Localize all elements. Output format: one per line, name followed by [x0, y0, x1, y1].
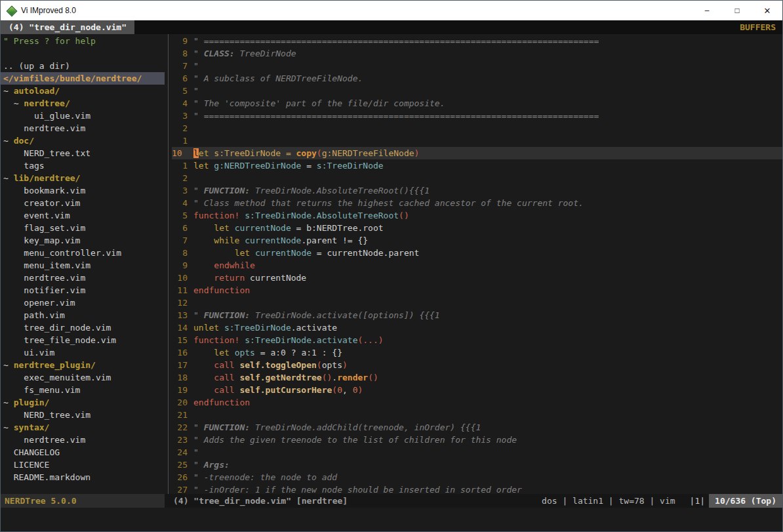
tree-item[interactable]: ~ lib/nerdtree/	[1, 172, 165, 184]
code-line[interactable]: 5"	[172, 85, 782, 97]
minimize-button[interactable]: –	[692, 1, 722, 20]
tree-item[interactable]	[1, 47, 165, 60]
code-line[interactable]: 11endfunction	[172, 284, 782, 297]
tree-item[interactable]: nerdtree.vim	[1, 272, 165, 284]
code-line[interactable]: 18 call self.getNerdtree().render()	[172, 371, 782, 384]
code-line[interactable]: 25" Args:	[172, 459, 782, 471]
code-line[interactable]: 3" FUNCTION: TreeDirNode.AbsoluteTreeRoo…	[172, 184, 782, 197]
code-line[interactable]: 4" Class method that returns the highest…	[172, 197, 782, 209]
code-line[interactable]: 14unlet s:TreeDirNode.activate	[172, 321, 782, 334]
code-line[interactable]: 8" CLASS: TreeDirNode	[172, 47, 782, 60]
code-line[interactable]: 10 return currentNode	[172, 272, 782, 284]
code-text: let currentNode = currentNode.parent	[193, 247, 419, 259]
code-line[interactable]: 1let g:NERDTreeDirNode = s:TreeDirNode	[172, 159, 782, 172]
tree-item[interactable]: LICENCE	[1, 459, 165, 471]
tree-item[interactable]: path.vim	[1, 309, 165, 321]
window-divider[interactable]	[165, 34, 172, 494]
tree-item[interactable]: menu_controller.vim	[1, 247, 165, 259]
tree-item[interactable]: opener.vim	[1, 297, 165, 309]
tab-tree-dir-node[interactable]: (4) "tree_dir_node.vim"	[1, 20, 134, 34]
code-line[interactable]: 24"	[172, 446, 782, 459]
tree-item[interactable]: tags	[1, 159, 165, 172]
code-line[interactable]: 6 let currentNode = b:NERDTree.root	[172, 222, 782, 234]
code-line[interactable]: 17 call self.toggleOpen(opts)	[172, 359, 782, 371]
tree-item[interactable]: .. (up a dir)	[1, 60, 165, 72]
syntax-token: " Class method that returns the highest …	[193, 198, 584, 208]
code-line[interactable]: 21	[172, 409, 782, 421]
tree-item[interactable]: ~ plugin/	[1, 396, 165, 409]
tree-item[interactable]: ~ autoload/	[1, 85, 165, 97]
tree-item[interactable]: bookmark.vim	[1, 184, 165, 197]
code-line-current[interactable]: 10let s:TreeDirNode = copy(g:NERDTreeFil…	[172, 147, 782, 159]
code-line[interactable]: 16 let opts = a:0 ? a:1 : {}	[172, 346, 782, 359]
code-line[interactable]: 7 while currentNode.parent != {}	[172, 234, 782, 247]
tree-item[interactable]: ui_glue.vim	[1, 110, 165, 122]
syntax-token: " Press ? for help	[3, 36, 96, 46]
syntax-token: exec_menuitem.vim	[3, 373, 111, 382]
syntax-token: (...)	[357, 335, 383, 345]
code-line[interactable]: 5function! s:TreeDirNode.AbsoluteTreeRoo…	[172, 209, 782, 222]
tree-item[interactable]: " Press ? for help	[1, 35, 165, 47]
tree-item[interactable]: fs_menu.vim	[1, 384, 165, 396]
code-text: let currentNode = b:NERDTree.root	[193, 222, 384, 234]
code-line[interactable]: 13" FUNCTION: TreeDirNode.activate([opti…	[172, 309, 782, 321]
nerdtree-panel: " Press ? for help.. (up a dir)</vimfile…	[1, 34, 165, 494]
tree-item[interactable]: tree_file_node.vim	[1, 334, 165, 346]
tree-item[interactable]: README.markdown	[1, 471, 165, 483]
code-line[interactable]: 27" -inOrder: 1 if the new node should b…	[172, 483, 782, 494]
tree-item[interactable]: nerdtree.vim	[1, 122, 165, 134]
code-line[interactable]: 20endfunction	[172, 396, 782, 409]
tree-item[interactable]: key_map.vim	[1, 234, 165, 247]
code-line[interactable]: 9 endwhile	[172, 259, 782, 272]
tree-item[interactable]: creator.vim	[1, 197, 165, 209]
code-line[interactable]: 22" FUNCTION: TreeDirNode.addChild(treen…	[172, 421, 782, 434]
code-line[interactable]: 7"	[172, 60, 782, 72]
code-line[interactable]: 4" The 'composite' part of the file/dir …	[172, 97, 782, 110]
tree-item[interactable]: ui.vim	[1, 346, 165, 359]
code-line[interactable]: 19 call self.putCursorHere(0, 0)	[172, 384, 782, 396]
syntax-token: nerdtree_plugin/	[14, 360, 96, 370]
command-line[interactable]	[1, 508, 782, 532]
tree-item[interactable]: NERD_tree.txt	[1, 147, 165, 159]
tree-item[interactable]: ~ syntax/	[1, 421, 165, 434]
code-line[interactable]: 15function! s:TreeDirNode.activate(...)	[172, 334, 782, 346]
line-number: 26	[172, 471, 188, 483]
tree-item[interactable]: exec_menuitem.vim	[1, 371, 165, 384]
tree-item[interactable]: NERD_tree.vim	[1, 409, 165, 421]
line-number: 25	[172, 459, 188, 471]
tree-item[interactable]: notifier.vim	[1, 284, 165, 297]
code-line[interactable]: 12	[172, 297, 782, 309]
code-line[interactable]: 1	[172, 134, 782, 147]
tree-item[interactable]: ~ nerdtree/	[1, 97, 165, 110]
code-line[interactable]: 6" A subclass of NERDTreeFileNode.	[172, 72, 782, 85]
tree-item[interactable]: tree_dir_node.vim	[1, 321, 165, 334]
line-number: 23	[172, 434, 188, 446]
close-button[interactable]: ✕	[752, 1, 782, 20]
syntax-token: " ======================================…	[193, 111, 599, 121]
tree-item[interactable]: ~ nerdtree_plugin/	[1, 359, 165, 371]
syntax-token: lib/nerdtree/	[14, 173, 81, 183]
code-line[interactable]: 23" Adds the given treenode to the list …	[172, 434, 782, 446]
tree-item[interactable]: flag_set.vim	[1, 222, 165, 234]
tree-root-item[interactable]: </vimfiles/bundle/nerdtree/	[1, 72, 165, 85]
syntax-token	[250, 248, 255, 258]
syntax-token: .	[332, 373, 337, 382]
tree-item[interactable]: ~ doc/	[1, 134, 165, 147]
tree-item[interactable]: nerdtree.vim	[1, 434, 165, 446]
line-number: 7	[172, 234, 188, 247]
tree-item[interactable]: menu_item.vim	[1, 259, 165, 272]
tree-item[interactable]: CHANGELOG	[1, 446, 165, 459]
syntax-token: "	[193, 86, 199, 96]
code-line[interactable]: 26" -treenode: the node to add	[172, 471, 782, 483]
maximize-button[interactable]: □	[722, 1, 752, 20]
tree-item[interactable]: event.vim	[1, 209, 165, 222]
syntax-token: key_map.vim	[3, 235, 80, 245]
line-number: 2	[172, 122, 188, 134]
code-line[interactable]: 9" =====================================…	[172, 35, 782, 47]
code-line[interactable]: 2	[172, 122, 782, 134]
syntax-token: l	[193, 148, 199, 158]
code-line[interactable]: 2	[172, 172, 782, 184]
code-line[interactable]: 8 let currentNode = currentNode.parent	[172, 247, 782, 259]
code-line[interactable]: 3" =====================================…	[172, 110, 782, 122]
code-text: call self.putCursorHere(0, 0)	[193, 384, 363, 396]
